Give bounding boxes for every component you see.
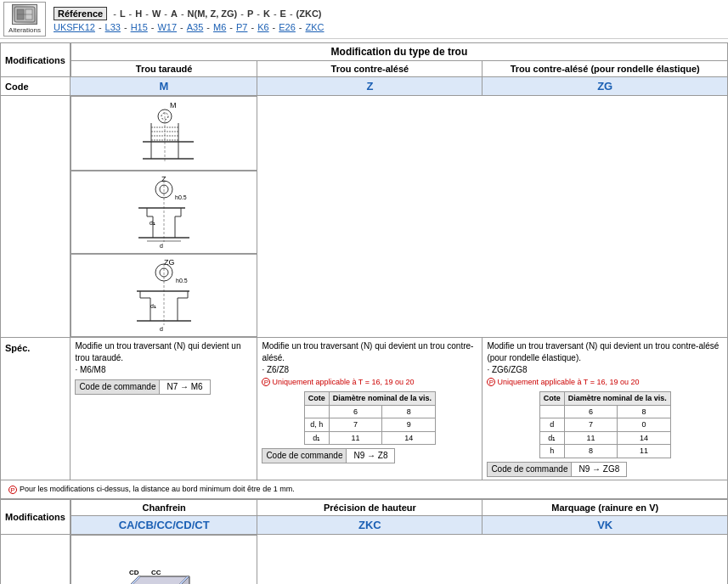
spec-Z: Modifie un trou traversant (N) qui devie… [257,338,483,480]
order-code-Z: Code de commande N9 → Z8 [262,448,477,463]
param-NMZ: N(M, Z, ZG) [185,8,240,20]
code-VK: VK [483,515,728,534]
section2-header-row: Modifications Chanfrein Précision de hau… [1,499,728,515]
svg-text:h0.5: h0.5 [176,278,188,284]
header: Alterations Référence - L - H - W - A - … [0,0,728,39]
section1-title: Modification du type de trou [71,43,728,61]
param-ZKC: (ZKC) [294,8,324,20]
spec-M: Modifie un trou traversant (N) qui devie… [71,338,257,480]
param-E: E [278,8,289,20]
spec-label-s1: Spéc. [1,338,71,480]
section1-table: Modifications Modification du type de tr… [0,42,728,499]
code-ZKC: ZKC [257,515,483,534]
svg-text:h0.5: h0.5 [175,194,187,200]
reference-label: Référence [54,7,107,20]
order-code-M: Code de commande N7 → M6 [75,379,252,395]
param-H: H [133,8,144,20]
param-E-val[interactable]: E26 [279,22,296,32]
param-W-val[interactable]: W17 [157,22,177,32]
section1-title-row: Modifications Modification du type de tr… [1,43,728,61]
section2-code-row: CA/CB/CC/CD/CT ZKC VK [1,515,728,534]
col-header-rondelle: Trou contre-alésé (pour rondelle élastiq… [483,61,728,77]
reference-cell: Référence [51,6,112,21]
param-P-val[interactable]: P7 [236,22,247,32]
reference-value[interactable]: UKSFK12 [54,22,95,32]
svg-text:CC: CC [151,569,161,576]
col-header-chanfrein: Chanfrein [71,499,257,515]
alterations-label: Alterations [8,26,41,34]
param-K: K [261,8,273,20]
code-M: M [71,77,257,96]
col-header-marquage: Marquage (rainure en V) [483,499,728,515]
footnote-row: P Pour les modifications ci-dessus, la d… [1,480,728,498]
svg-text:d: d [160,243,163,249]
section1-col-headers: Trou taraudé Trou contre-alésé Trou cont… [1,61,728,77]
red-note-ZG: PUniquement applicable à T = 16, 19 ou 2… [487,378,639,386]
footnote-text: P Pour les modifications ci-dessus, la d… [5,483,723,496]
dim-table-ZG: CoteDiamètre nominal de la vis. 68 d70 d… [539,391,671,458]
spacer-s1 [1,96,71,338]
footnote-cell: P Pour les modifications ci-dessus, la d… [1,480,728,498]
diagram-M: M [71,96,257,171]
code-CA: CA/CB/CC/CD/CT [71,515,257,534]
param-H-val[interactable]: H15 [131,22,148,32]
section2-table: Modifications Chanfrein Précision de hau… [0,499,728,584]
param-row-bottom: UKSFK12 - L33 - H15 - W17 - A35 - M6 - P… [51,21,725,33]
param-W: W [150,8,163,20]
param-L-val[interactable]: L33 [105,22,121,32]
svg-text:d: d [160,326,163,332]
param-A: A [168,8,180,20]
svg-text:d₁: d₁ [150,220,155,226]
section1-code-row: Code M Z ZG [1,77,728,96]
order-code-ZG: Code de commande N9 → ZG8 [487,462,723,477]
red-note-Z: PUniquement applicable à T = 16, 19 ou 2… [262,378,414,386]
modifications-label-s2: Modifications [1,499,71,534]
diagram-Z: Z h0.5 d [71,171,257,254]
diagram-ZG: ZG h0.5 d d₁ [71,254,257,337]
svg-text:d₁: d₁ [150,303,156,309]
logo-area: Alterations [3,2,46,36]
reference-value-cell[interactable]: UKSFK12 [51,21,98,33]
param-A-val[interactable]: A35 [187,22,204,32]
svg-text:M: M [170,101,177,110]
code-Z: Z [257,77,483,96]
svg-text:CD: CD [129,569,139,576]
modifications-label-s1: Modifications [1,43,71,77]
section1-diagram-row: M Z [1,96,728,338]
param-ZKC-val[interactable]: ZKC [306,22,324,32]
param-K-val[interactable]: K6 [257,22,268,32]
section2-diagram-row: Code CD CC CA CB CT [1,534,728,584]
header-params: Référence - L - H - W - A - N(M, Z, ZG) … [51,2,725,36]
param-row-top: Référence - L - H - W - A - N(M, Z, ZG) … [51,6,725,21]
svg-text:ZG: ZG [164,258,175,267]
code-ZG: ZG [483,77,728,96]
param-P: P [245,8,256,20]
diagram-chanfrein: CD CC CA CB CT [71,535,257,584]
logo-icon [12,4,37,25]
col-header-precision: Précision de hauteur [257,499,483,515]
code-label-s1: Code [1,77,71,96]
col-header-taraude: Trou taraudé [71,61,257,77]
footnote-icon: P [8,486,17,494]
code-label-s2: Code [1,534,71,584]
section1-spec-row: Spéc. Modifie un trou traversant (N) qui… [1,338,728,480]
col-header-contre-alese: Trou contre-alésé [257,61,483,77]
param-L: L [117,8,128,20]
spec-ZG: Modifie un trou traversant (N) qui devie… [483,338,728,480]
dim-table-Z: CoteDiamètre nominal de la vis. 68 d, h7… [304,391,436,445]
param-NMZ-val[interactable]: M6 [213,22,226,32]
